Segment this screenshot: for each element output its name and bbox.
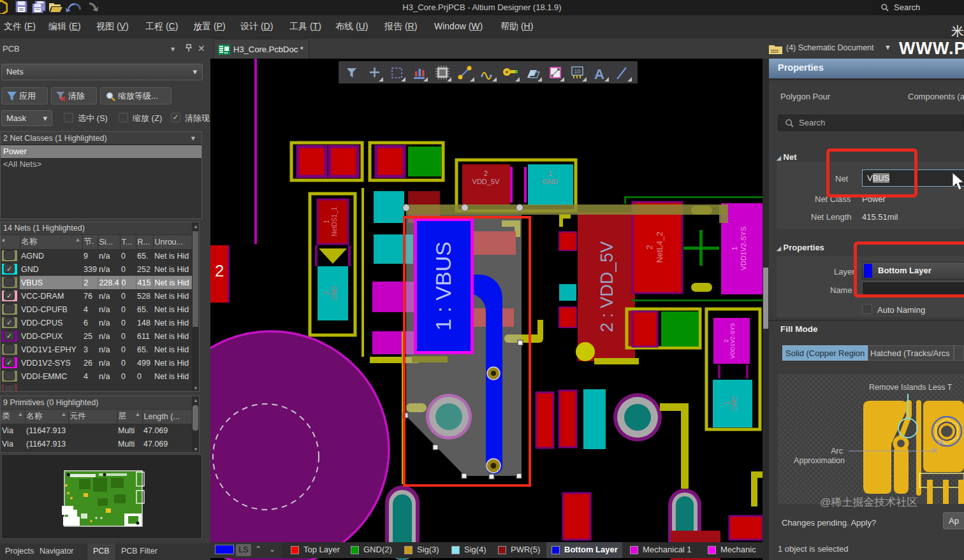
svg-text:2: 2 <box>215 261 224 280</box>
svg-text:GND: GND <box>331 286 338 300</box>
svg-text:1: 1 <box>323 220 330 224</box>
svg-text:VDD1V2-SYS: VDD1V2-SYS <box>740 227 747 270</box>
svg-text:GND: GND <box>543 178 559 185</box>
svg-text:1: 1 <box>724 401 731 405</box>
svg-text:1 : VBUS: 1 : VBUS <box>431 241 455 331</box>
svg-text:A: A <box>594 66 604 82</box>
svg-text:VDD_5V: VDD_5V <box>472 178 500 185</box>
svg-text:2: 2 <box>645 245 654 249</box>
svg-text:1: 1 <box>548 169 552 177</box>
svg-text:GND: GND <box>731 396 738 410</box>
svg-text:10: 10 <box>574 68 580 75</box>
svg-text:NetL4_2: NetL4_2 <box>655 231 664 262</box>
svg-text:Arc: Arc <box>831 447 843 456</box>
svg-text:NetDS1_1: NetDS1_1 <box>331 206 338 236</box>
svg-text:Remove Islands Less T: Remove Islands Less T <box>869 383 953 392</box>
svg-text:VDD1V2-SYS: VDD1V2-SYS <box>729 323 736 359</box>
svg-text:2: 2 <box>324 291 331 295</box>
svg-text:1: 1 <box>731 247 738 250</box>
svg-text:2 : VDD_5V: 2 : VDD_5V <box>597 241 617 333</box>
svg-text:Approximation: Approximation <box>794 456 845 465</box>
svg-text:2: 2 <box>484 169 488 177</box>
svg-text:2: 2 <box>723 339 729 342</box>
